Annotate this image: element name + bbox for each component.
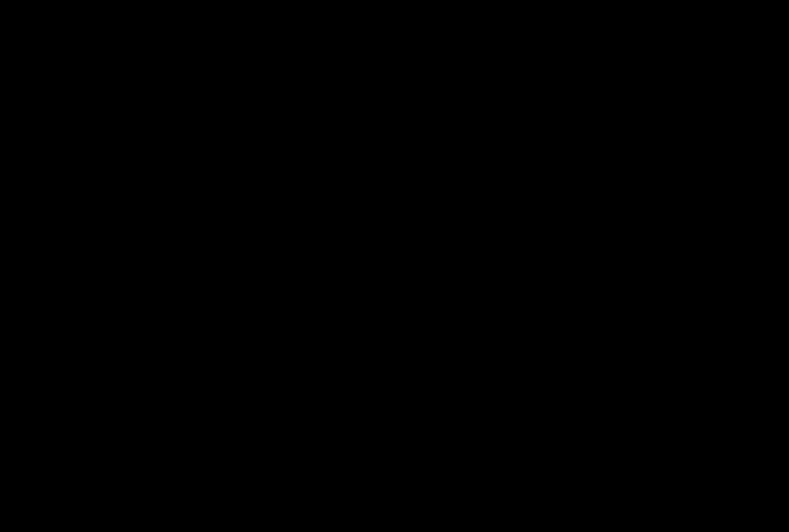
watermark <box>583 2 784 47</box>
float-shares-label <box>4 40 9 55</box>
theme-line <box>2 12 4 24</box>
float-shares-line <box>2 41 9 54</box>
trading-app-window <box>0 0 789 532</box>
profit-line <box>2 27 4 39</box>
chart-canvas <box>0 0 789 532</box>
